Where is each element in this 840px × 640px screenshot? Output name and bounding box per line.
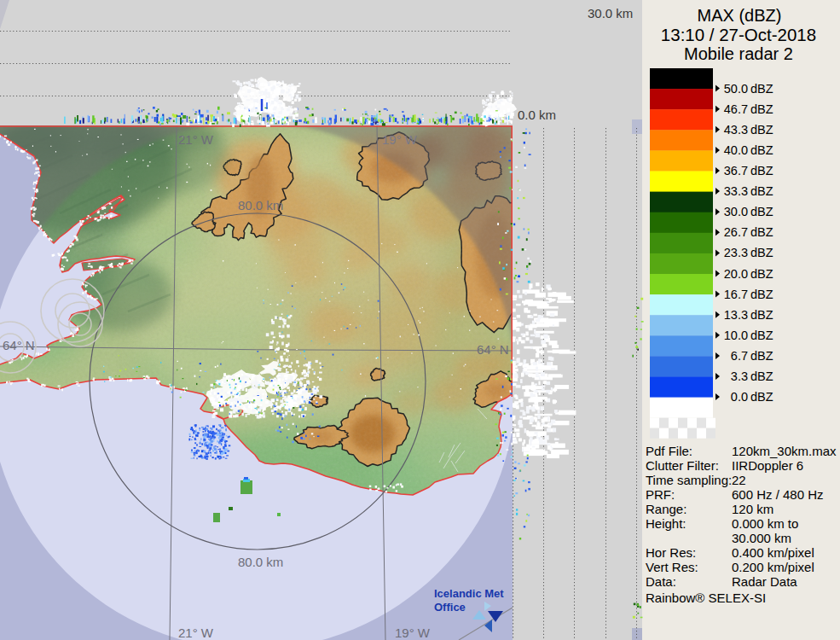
svg-text:Rainbow® SELEX-SI: Rainbow® SELEX-SI — [646, 591, 766, 605]
svg-text:26.7: 26.7 — [724, 225, 748, 239]
svg-text:13.3: 13.3 — [724, 308, 748, 322]
svg-text:0.0: 0.0 — [731, 390, 748, 404]
svg-text:6.7: 6.7 — [731, 349, 748, 363]
svg-text:dBZ: dBZ — [750, 329, 773, 342]
svg-text:21° W: 21° W — [178, 625, 214, 640]
svg-text:30.0: 30.0 — [724, 205, 748, 218]
svg-text:Mobile radar 2: Mobile radar 2 — [684, 44, 793, 63]
svg-text:50.0: 50.0 — [724, 82, 748, 96]
svg-text:13:10 / 27-Oct-2018: 13:10 / 27-Oct-2018 — [661, 25, 816, 44]
svg-text:Hor Res:: Hor Res: — [646, 545, 696, 560]
svg-text:0.200 km/pixel: 0.200 km/pixel — [732, 560, 814, 574]
svg-text:Office: Office — [434, 601, 466, 614]
svg-text:IIRDoppler 6: IIRDoppler 6 — [732, 458, 803, 473]
svg-text:dBZ: dBZ — [750, 390, 773, 404]
svg-text:dBZ: dBZ — [750, 267, 773, 281]
svg-text:Radar Data: Radar Data — [732, 574, 797, 589]
svg-text:dBZ: dBZ — [750, 349, 773, 363]
svg-text:22: 22 — [732, 473, 746, 487]
svg-text:19° W: 19° W — [382, 132, 418, 147]
svg-text:30.0 km: 30.0 km — [588, 6, 633, 20]
svg-text:36.7: 36.7 — [724, 164, 748, 177]
svg-text:Data:: Data: — [646, 574, 676, 589]
svg-text:dBZ: dBZ — [750, 123, 773, 137]
svg-text:64° N: 64° N — [477, 342, 509, 357]
svg-text:Range:: Range: — [646, 502, 686, 516]
svg-text:dBZ: dBZ — [750, 82, 773, 96]
svg-text:19° W: 19° W — [395, 625, 431, 640]
svg-text:600 Hz / 480 Hz: 600 Hz / 480 Hz — [732, 487, 824, 502]
svg-text:21° W: 21° W — [178, 132, 214, 147]
svg-text:dBZ: dBZ — [750, 225, 773, 239]
svg-text:43.3: 43.3 — [724, 123, 748, 137]
svg-text:Vert Res:: Vert Res: — [646, 560, 698, 574]
svg-text:0.400 km/pixel: 0.400 km/pixel — [732, 545, 814, 560]
svg-text:23.3: 23.3 — [724, 246, 748, 259]
svg-text:0.000 km to: 0.000 km to — [732, 516, 798, 531]
svg-text:Height:: Height: — [646, 516, 686, 531]
svg-text:120km_30km.max: 120km_30km.max — [732, 444, 837, 458]
svg-text:dBZ: dBZ — [750, 102, 773, 116]
svg-text:dBZ: dBZ — [750, 164, 773, 177]
svg-text:MAX (dBZ): MAX (dBZ) — [698, 6, 782, 25]
svg-text:64° N: 64° N — [3, 338, 35, 352]
svg-text:dBZ: dBZ — [750, 246, 773, 259]
svg-text:dBZ: dBZ — [750, 205, 773, 218]
svg-text:40.0: 40.0 — [724, 143, 748, 157]
svg-text:dBZ: dBZ — [750, 369, 773, 383]
svg-text:PRF:: PRF: — [646, 487, 675, 502]
svg-text:dBZ: dBZ — [750, 308, 773, 322]
svg-text:Icelandic Met: Icelandic Met — [434, 587, 504, 600]
svg-text:3.3: 3.3 — [731, 369, 748, 383]
svg-text:0.0 km: 0.0 km — [518, 108, 556, 122]
svg-text:33.3: 33.3 — [724, 184, 748, 198]
svg-text:Clutter Filter:: Clutter Filter: — [646, 458, 719, 473]
svg-text:dBZ: dBZ — [750, 184, 773, 198]
svg-text:20.0: 20.0 — [724, 267, 748, 281]
svg-text:dBZ: dBZ — [750, 143, 773, 157]
svg-text:16.7: 16.7 — [724, 288, 748, 301]
svg-text:dBZ: dBZ — [750, 288, 773, 301]
svg-text:10.0: 10.0 — [724, 329, 748, 342]
svg-text:80.0 km: 80.0 km — [238, 198, 283, 212]
svg-text:80.0 km: 80.0 km — [238, 555, 283, 569]
svg-text:120 km: 120 km — [732, 502, 773, 516]
svg-text:Time sampling:: Time sampling: — [646, 473, 732, 487]
svg-text:30.000 km: 30.000 km — [732, 531, 791, 545]
svg-text:Pdf File:: Pdf File: — [646, 444, 692, 458]
svg-text:46.7: 46.7 — [724, 102, 748, 116]
